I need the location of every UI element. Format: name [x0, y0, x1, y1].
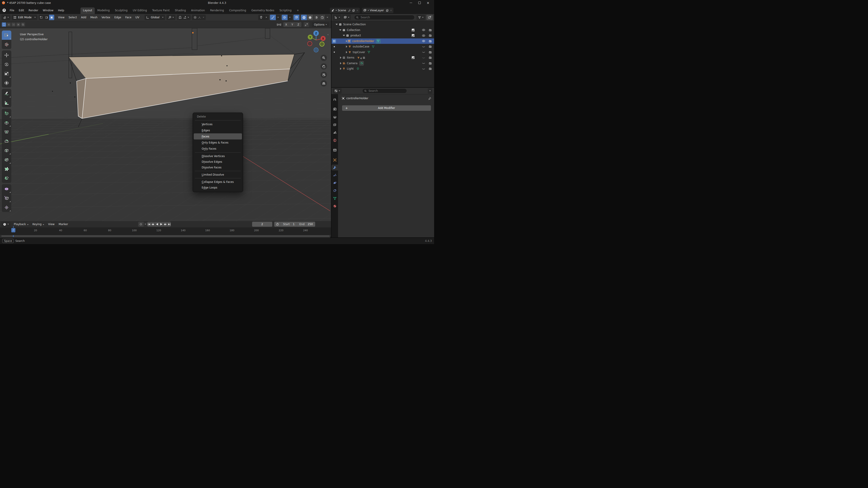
jump-to-end-button[interactable] [167, 222, 171, 227]
menu-keying[interactable]: Keying [31, 223, 46, 226]
properties-editor-type-button[interactable] [333, 88, 342, 94]
new-collection-button[interactable] [427, 15, 433, 20]
tool-move[interactable] [2, 51, 11, 60]
tool-annotate[interactable] [2, 89, 11, 98]
menu-file[interactable]: File [7, 7, 17, 14]
tool-spin[interactable] [2, 173, 11, 183]
mirror-x-button[interactable]: X [283, 22, 289, 27]
snap-individual-icon[interactable] [304, 22, 309, 27]
shading-rendered-button[interactable] [319, 15, 326, 20]
outliner-row-light[interactable]: Light [332, 66, 434, 72]
expand-icon[interactable] [340, 57, 341, 59]
outliner-row-top-cover[interactable]: topCover [332, 50, 434, 55]
expand-icon[interactable] [346, 51, 347, 53]
xray-toggle[interactable] [293, 15, 300, 20]
camera-visibility-icon[interactable] [428, 50, 432, 54]
tab-physics[interactable] [332, 180, 338, 186]
view-layer-selector[interactable]: ViewLayer ✕ [362, 8, 394, 13]
add-modifier-button[interactable]: + Add Modifier [342, 105, 431, 111]
menu-marker[interactable]: Marker [57, 223, 70, 226]
camera-visibility-icon[interactable] [428, 56, 432, 60]
workspace-tab-modeling[interactable]: Modeling [95, 7, 112, 14]
select-invert-button[interactable] [16, 22, 20, 27]
outliner-filter-button[interactable] [416, 15, 425, 20]
object-visibility-icon[interactable] [258, 15, 264, 20]
hide-eye-icon[interactable] [422, 39, 426, 43]
pin-icon[interactable] [428, 97, 431, 100]
close-button[interactable]: × [424, 0, 432, 5]
menu-item-edges[interactable]: Edges [194, 127, 242, 133]
tool-bevel[interactable] [2, 136, 11, 146]
menu-item-collapse-edges-faces[interactable]: Collapse Edges & Faces [194, 179, 242, 185]
expand-icon[interactable] [346, 45, 347, 48]
menu-item-vertices[interactable]: Vertices [194, 121, 242, 127]
menu-uv[interactable]: UV [133, 16, 141, 19]
outliner-row-camera[interactable]: Camera [332, 61, 434, 66]
exclude-checkbox[interactable] [411, 33, 415, 37]
select-mode-vertex-button[interactable] [39, 15, 44, 20]
workspace-tab-sculpting[interactable]: Sculpting [112, 7, 130, 14]
outliner-search-input[interactable] [360, 15, 413, 19]
outliner-row-items[interactable]: items 4 [332, 55, 434, 61]
transform-orientation-selector[interactable]: Global [145, 15, 165, 20]
overlay-controls[interactable] [282, 15, 292, 20]
menu-edit[interactable]: Edit [17, 7, 26, 14]
select-subtract-button[interactable] [11, 22, 16, 27]
menu-item-faces[interactable]: Faces [194, 133, 242, 139]
zoom-view-button[interactable] [320, 55, 327, 61]
tab-scene[interactable] [332, 130, 338, 135]
timeline-scrollbar[interactable] [0, 235, 331, 238]
hide-eye-icon[interactable] [422, 33, 426, 37]
new-view-layer-icon[interactable] [386, 9, 389, 12]
menu-window[interactable]: Window [40, 7, 56, 14]
play-reverse-button[interactable] [155, 222, 159, 227]
tab-tool[interactable] [332, 97, 338, 102]
auto-keying-dropdown[interactable] [144, 222, 147, 227]
toggle-ortho-button[interactable] [320, 80, 327, 87]
tab-view-layer[interactable] [332, 122, 338, 128]
workspace-tab-rendering[interactable]: Rendering [208, 7, 226, 14]
overlays-dropdown[interactable] [288, 15, 292, 20]
collapse-sidebar-icon[interactable]: ‹ [328, 33, 329, 36]
visibility-dropdown[interactable] [264, 15, 269, 20]
workspace-tab-shading[interactable]: Shading [172, 7, 188, 14]
timeline-editor-type-button[interactable] [1, 222, 10, 227]
outliner-row-collection[interactable]: Collection [332, 27, 434, 33]
camera-view-button[interactable] [320, 72, 327, 78]
menu-item-limited-dissolve[interactable]: Limited Dissolve [194, 172, 242, 177]
start-frame-field[interactable]: Start1 [281, 222, 297, 227]
select-mode-edge-button[interactable] [44, 15, 49, 20]
camera-visibility-icon[interactable] [428, 39, 432, 43]
viewport-3d[interactable]: User Perspective (2) controllerHolder [0, 28, 331, 221]
camera-visibility-icon[interactable] [428, 28, 432, 32]
menu-item-dissolve-edges[interactable]: Dissolve Edges [194, 159, 242, 165]
select-intersect-button[interactable] [21, 22, 25, 27]
tab-particles[interactable] [332, 172, 338, 178]
outliner-editor-type-button[interactable] [333, 15, 342, 20]
camera-visibility-icon[interactable] [428, 67, 432, 71]
tool-transform[interactable] [2, 78, 11, 88]
mirror-y-button[interactable]: Y [289, 22, 296, 27]
hide-eye-closed-icon[interactable] [422, 56, 426, 60]
tool-rotate[interactable] [2, 60, 11, 69]
tool-cursor[interactable] [2, 40, 11, 49]
editor-type-button[interactable] [1, 15, 10, 20]
outliner-display-mode-button[interactable] [342, 15, 351, 20]
select-set-button[interactable] [2, 22, 6, 27]
play-button[interactable] [159, 222, 163, 227]
show-gizmo-icon[interactable] [270, 15, 276, 20]
gizmo-controls[interactable] [270, 15, 280, 20]
shading-wireframe-button[interactable] [301, 15, 307, 20]
menu-item-edge-loops[interactable]: Edge Loops [194, 185, 242, 190]
menu-item-dissolve-faces[interactable]: Dissolve Faces [194, 165, 242, 170]
camera-visibility-icon[interactable] [428, 33, 432, 37]
tool-edge-slide[interactable] [2, 193, 11, 203]
properties-search[interactable] [362, 88, 407, 93]
pan-view-button[interactable] [320, 63, 327, 70]
tab-material[interactable] [332, 203, 338, 209]
hide-eye-icon[interactable] [422, 28, 426, 32]
hide-eye-closed-icon[interactable] [422, 44, 426, 48]
workspace-tab-layout[interactable]: Layout [81, 7, 95, 14]
hide-eye-closed-icon[interactable] [422, 50, 426, 54]
outliner-row-controller-holder[interactable]: controllerHolder [332, 38, 434, 44]
